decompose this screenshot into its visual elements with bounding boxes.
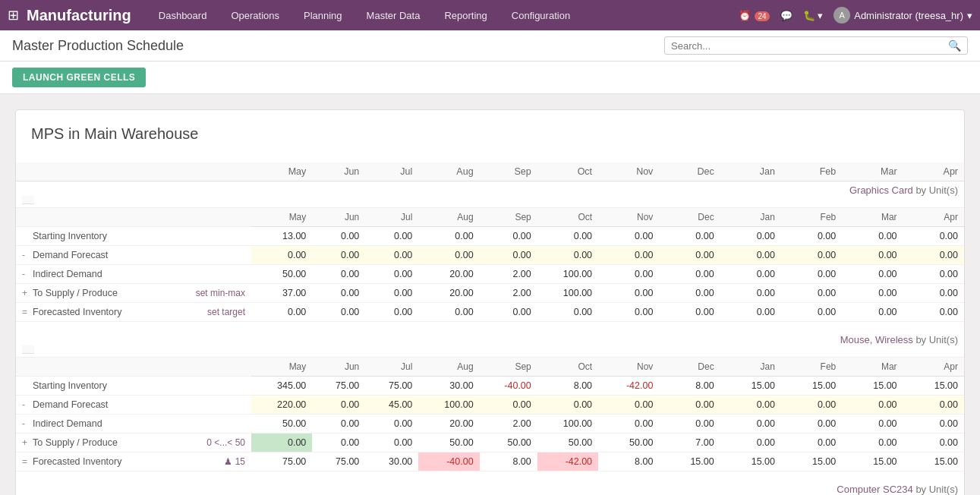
- cell-value: 15.00: [720, 452, 781, 471]
- nav-item-master-data[interactable]: Master Data: [362, 0, 425, 30]
- cell-value: 7.00: [659, 434, 720, 452]
- row-action: [183, 227, 251, 246]
- cell-value: 0.00: [781, 303, 842, 322]
- cell-value: 0.00: [842, 415, 903, 434]
- nav-item-configuration[interactable]: Configuration: [507, 0, 575, 30]
- cell-value: 0.00: [781, 284, 842, 303]
- row-action[interactable]: ♟ 15: [183, 452, 251, 471]
- row-action: [183, 265, 251, 284]
- cell-value: 75.00: [251, 452, 312, 471]
- cell-value: 0.00: [312, 415, 365, 434]
- app-grid-icon[interactable]: ⊞: [8, 7, 19, 24]
- col-header-apr: Apr: [903, 162, 964, 181]
- nav-item-dashboard[interactable]: Dashboard: [154, 0, 212, 30]
- activity-icon[interactable]: ⏰ 24: [739, 10, 770, 21]
- cell-value: 0.00: [720, 284, 781, 303]
- cell-value: -40.00: [418, 452, 479, 471]
- cell-value: 0.00: [480, 227, 537, 246]
- sub-col-aug: Aug: [418, 208, 479, 227]
- nav-right: ⏰ 24 💬 🐛 ▾ A Administrator (treesa_hr) ▾: [739, 7, 972, 24]
- cell-value: 0.00: [781, 415, 842, 434]
- row-action[interactable]: 0 <...< 50: [183, 434, 251, 452]
- page-title: Master Production Schedule: [12, 38, 184, 54]
- col-header-action: [183, 162, 251, 181]
- table-scroll-area[interactable]: MayJunJulAugSepOctNovDecJanFebMarApr Gra…: [16, 162, 964, 495]
- cell-value: 0.00: [659, 396, 720, 415]
- cell-value: 15.00: [903, 452, 964, 471]
- search-input[interactable]: [671, 40, 948, 52]
- col-header-sep: Sep: [480, 162, 537, 181]
- col-header-nov: Nov: [598, 162, 659, 181]
- cell-value: 15.00: [903, 377, 964, 396]
- table-row: - Indirect Demand50.000.000.0020.002.001…: [16, 265, 964, 284]
- sub-col-jan: Jan: [720, 358, 781, 377]
- cell-value: 50.00: [251, 415, 312, 434]
- table-row: - Demand Forecast220.000.0045.00100.000.…: [16, 396, 964, 415]
- row-label: + To Supply / Produce: [16, 284, 183, 303]
- product-unit: by Unit(s): [913, 184, 958, 196]
- cell-value: 75.00: [312, 377, 365, 396]
- row-prefix: =: [22, 307, 33, 317]
- nav-item-operations[interactable]: Operations: [226, 0, 284, 30]
- cell-value: 0.00: [312, 434, 365, 452]
- chat-icon[interactable]: 💬: [780, 10, 793, 21]
- product-name[interactable]: Mouse, Wireless: [840, 334, 913, 345]
- nav-item-planning[interactable]: Planning: [299, 0, 347, 30]
- cell-value: 15.00: [659, 452, 720, 471]
- row-prefix: -: [22, 269, 33, 279]
- product-row: Mouse, Wireless by Unit(s): [16, 322, 964, 358]
- col-header-mar: Mar: [842, 162, 903, 181]
- table-row: = Forecasted Inventoryset target0.000.00…: [16, 303, 964, 322]
- row-prefix: -: [22, 418, 33, 429]
- search-bar[interactable]: 🔍: [664, 36, 968, 55]
- row-action[interactable]: set target: [183, 303, 251, 322]
- cell-value: 0.00: [903, 415, 964, 434]
- bug-icon[interactable]: 🐛 ▾: [803, 10, 824, 21]
- cell-value: 0.00: [720, 227, 781, 246]
- cell-value: 20.00: [418, 265, 479, 284]
- cell-value: 0.00: [537, 303, 598, 322]
- product-name[interactable]: Graphics Card: [849, 184, 913, 196]
- activity-badge: 24: [755, 11, 769, 21]
- cell-value: 0.00: [781, 246, 842, 265]
- search-icon: 🔍: [948, 39, 961, 52]
- product-unit: by Unit(s): [913, 484, 958, 495]
- cell-value: 45.00: [365, 396, 418, 415]
- cell-value: 50.00: [251, 265, 312, 284]
- product-name[interactable]: Computer SC234: [837, 484, 912, 495]
- cell-value: 0.00: [842, 246, 903, 265]
- cell-value: 8.00: [537, 377, 598, 396]
- cell-value: 0.00: [903, 284, 964, 303]
- cell-value: 0.00: [480, 246, 537, 265]
- cell-value: 0.00: [842, 265, 903, 284]
- cell-value: 0.00: [903, 227, 964, 246]
- launch-green-cells-button[interactable]: LAUNCH GREEN CELLS: [12, 68, 146, 87]
- cell-value: 0.00: [720, 246, 781, 265]
- product-unit: by Unit(s): [913, 334, 958, 345]
- product-row: Computer SC234 by Unit(s): [16, 471, 964, 496]
- nav-item-reporting[interactable]: Reporting: [440, 0, 491, 30]
- cell-value: 15.00: [842, 452, 903, 471]
- cell-value: 0.00: [903, 303, 964, 322]
- cell-value: 0.00: [418, 246, 479, 265]
- cell-value: 0.00: [312, 265, 365, 284]
- nav-items: DashboardOperationsPlanningMaster DataRe…: [154, 0, 739, 30]
- app-name: Manufacturing: [27, 7, 131, 24]
- sub-col-sep: Sep: [480, 358, 537, 377]
- user-info[interactable]: A Administrator (treesa_hr) ▾: [833, 7, 972, 24]
- sub-col-dec: Dec: [659, 208, 720, 227]
- row-action[interactable]: set min-max: [183, 284, 251, 303]
- cell-value: 2.00: [480, 415, 537, 434]
- row-prefix: -: [22, 399, 33, 410]
- sub-header-action: [183, 208, 251, 227]
- cell-value: 0.00: [537, 227, 598, 246]
- row-label: - Indirect Demand: [16, 265, 183, 284]
- row-prefix: +: [22, 437, 33, 448]
- user-dropdown-icon[interactable]: ▾: [967, 10, 972, 21]
- sub-col-jul: Jul: [365, 208, 418, 227]
- sub-header-label: [16, 208, 183, 227]
- cell-value: 100.00: [537, 415, 598, 434]
- cell-value: 30.00: [365, 452, 418, 471]
- cell-value: 50.00: [537, 434, 598, 452]
- sub-col-may: May: [251, 358, 312, 377]
